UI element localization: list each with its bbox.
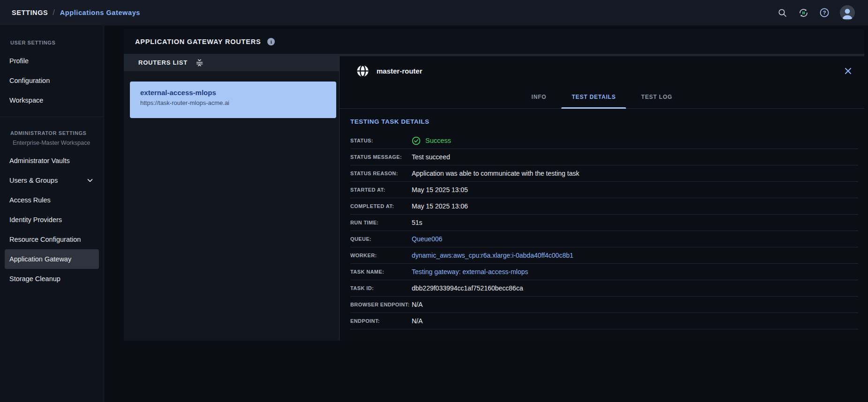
detail-row-label: COMPLETED AT: <box>350 203 412 209</box>
help-button[interactable]: ? <box>819 7 830 18</box>
detail-row: STARTED AT: May 15 2025 13:05 <box>350 182 858 198</box>
detail-row: TASK NAME: Testing gateway: external-acc… <box>350 264 858 280</box>
sidebar-item[interactable]: Configuration <box>5 71 99 90</box>
detail-row-label: STARTED AT: <box>350 187 412 193</box>
detail-row-value-text: 51s <box>412 219 423 226</box>
detail-row-value: May 15 2025 13:06 <box>412 202 468 210</box>
sidebar-item[interactable]: Workspace <box>5 90 99 110</box>
sidebar-item-label: Administrator Vaults <box>9 157 70 164</box>
detail-rows: STATUS: Success STATUS MESSAGE: <box>350 133 858 329</box>
sidebar-item-label: Users & Groups <box>9 177 58 184</box>
detail-row-value-text[interactable]: Queue006 <box>412 235 442 243</box>
detail-row: ENDPOINT: N/A <box>350 313 858 329</box>
detail-row-label: STATUS MESSAGE: <box>350 154 412 160</box>
auto-refresh-button[interactable] <box>798 7 809 18</box>
detail-row: BROWSER ENDPOINT: N/A <box>350 297 858 313</box>
sidebar-item[interactable]: Resource Configuration <box>5 230 99 249</box>
detail-row-value: N/A <box>412 317 423 325</box>
detail-row-value: N/A <box>412 301 423 308</box>
detail-tabs: INFO TEST DETAILS TEST LOG <box>340 85 864 109</box>
detail-row-value-text[interactable]: dynamic_aws:aws_cpu:r6a.xlarge:i-0abda40… <box>412 252 574 259</box>
top-header: SETTINGS / Applications Gateways <box>0 0 868 26</box>
chevron-down-icon <box>86 176 94 185</box>
sidebar-item-label: Resource Configuration <box>9 236 81 243</box>
user-settings-section-title: USER SETTINGS <box>0 37 104 51</box>
detail-row: QUEUE: Queue006 <box>350 231 858 247</box>
sidebar-item[interactable]: Identity Providers <box>5 210 99 230</box>
test-details-content: TESTING TASK DETAILS STATUS: Success <box>340 109 864 329</box>
detail-row-value: Success <box>412 136 451 145</box>
detail-row-value-text: Application was able to communicate with… <box>412 170 579 177</box>
user-settings-list: Profile Configuration Workspace <box>0 51 104 110</box>
detail-row-value-text: May 15 2025 13:06 <box>412 202 468 210</box>
detail-tab[interactable]: TEST LOG <box>631 85 682 108</box>
sidebar-item[interactable]: Users & Groups <box>5 171 99 190</box>
page-title-bar: APPLICATION GATEWAY ROUTERS i <box>124 29 864 54</box>
sidebar-item[interactable]: Storage Cleanup <box>5 269 99 289</box>
detail-row-value-text: N/A <box>412 301 423 308</box>
admin-settings-section-title: ADMINISTRATOR SETTINGS <box>0 127 104 140</box>
detail-row-value: Application was able to communicate with… <box>412 170 579 177</box>
workspace-subtitle: Enterprise-Master Workspace <box>0 140 104 151</box>
router-list-item[interactable]: external-access-mlops https://task-route… <box>130 82 336 118</box>
settings-page: SETTINGS / Applications Gateways <box>0 0 868 402</box>
router-detail-panel: master-router INFO TEST DETAILS TE <box>339 56 864 341</box>
detail-panel-header: master-router <box>340 56 864 85</box>
detail-row-value-text: Success <box>425 137 451 144</box>
detail-row-value: 51s <box>412 219 423 226</box>
globe-icon <box>356 65 369 77</box>
router-url: https://task-router-mlops-acme.ai <box>140 99 326 106</box>
detail-tab[interactable]: INFO <box>521 85 557 108</box>
sidebar-item-label: Access Rules <box>9 196 51 204</box>
search-button[interactable] <box>777 7 788 18</box>
routers-list-title: ROUTERS LIST <box>138 59 188 66</box>
detail-row-label: ENDPOINT: <box>350 318 412 324</box>
sidebar-item-label: Profile <box>9 57 29 65</box>
detail-tab-label: INFO <box>531 94 546 100</box>
detail-row-value-text[interactable]: Testing gateway: external-access-mlops <box>412 268 528 275</box>
sidebar-divider <box>0 117 104 117</box>
sidebar-item[interactable]: Application Gateway <box>5 249 99 269</box>
detail-row: STATUS MESSAGE: Test succeed <box>350 149 858 165</box>
detail-row: RUN TIME: 51s <box>350 215 858 231</box>
detail-row: WORKER: dynamic_aws:aws_cpu:r6a.xlarge:i… <box>350 247 858 264</box>
success-check-icon <box>412 136 421 145</box>
close-panel-button[interactable] <box>844 67 853 75</box>
detail-row-value: Test succeed <box>412 153 450 161</box>
detail-row: COMPLETED AT: May 15 2025 13:06 <box>350 198 858 215</box>
search-icon <box>777 8 787 18</box>
filter-sort-button[interactable] <box>196 59 204 67</box>
filter-sort-icon <box>196 59 204 67</box>
sidebar-item-label: Identity Providers <box>9 216 62 223</box>
header-actions: ? <box>777 5 855 20</box>
admin-settings-list: Administrator Vaults Users & Groups Acce… <box>0 151 104 289</box>
detail-tab-label: TEST LOG <box>641 94 672 100</box>
info-icon[interactable]: i <box>267 38 275 45</box>
detail-row-value: Queue006 <box>412 235 442 243</box>
breadcrumb-current-page: Applications Gateways <box>60 9 140 16</box>
sidebar-item-label: Workspace <box>9 97 43 104</box>
detail-row-label: TASK NAME: <box>350 269 412 275</box>
page-title: APPLICATION GATEWAY ROUTERS <box>135 38 261 45</box>
breadcrumb-settings-link[interactable]: SETTINGS <box>12 9 48 16</box>
user-avatar-button[interactable] <box>840 5 855 20</box>
settings-sidebar: USER SETTINGS Profile Configuration Work… <box>0 26 104 402</box>
detail-row-label: QUEUE: <box>350 236 412 242</box>
detail-row-value: dbb229f033994cc1af752160becc86ca <box>412 284 523 292</box>
detail-row-value-text: Test succeed <box>412 153 450 161</box>
testing-task-details-title: TESTING TASK DETAILS <box>350 118 858 125</box>
user-avatar-icon <box>840 5 855 20</box>
sidebar-item-label: Configuration <box>9 77 50 84</box>
detail-row-value-text: dbb229f033994cc1af752160becc86ca <box>412 284 523 292</box>
sidebar-item[interactable]: Access Rules <box>5 190 99 210</box>
sidebar-item[interactable]: Administrator Vaults <box>5 151 99 171</box>
help-icon: ? <box>819 7 830 18</box>
detail-row: STATUS REASON: Application was able to c… <box>350 165 858 182</box>
sidebar-item[interactable]: Profile <box>5 51 99 71</box>
detail-tab[interactable]: TEST DETAILS <box>561 85 626 108</box>
auto-refresh-icon <box>798 7 809 18</box>
router-detail-title: master-router <box>377 67 423 75</box>
detail-tab-label: TEST DETAILS <box>572 94 616 100</box>
detail-row-value: May 15 2025 13:05 <box>412 186 468 194</box>
detail-row-value-text: May 15 2025 13:05 <box>412 186 468 194</box>
